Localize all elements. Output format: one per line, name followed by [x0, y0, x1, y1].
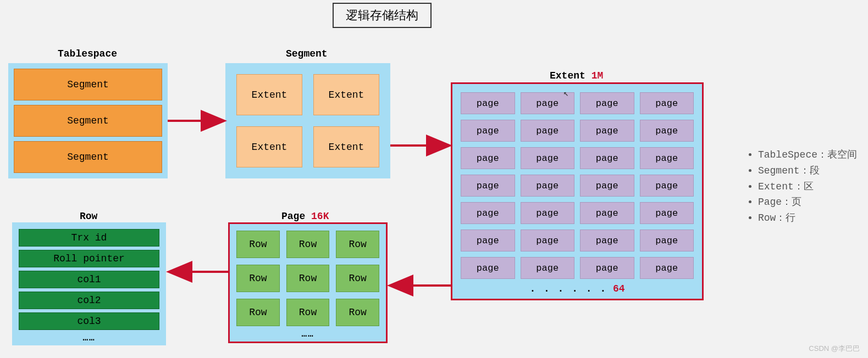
row-item: Row [286, 231, 330, 258]
tablespace-box: Segment Segment Segment [8, 63, 168, 178]
page-item: page [521, 120, 575, 142]
legend-item: Page：页 [758, 194, 857, 210]
page-item: page [461, 92, 515, 114]
page-item: page [521, 202, 575, 224]
legend: TableSpece：表空间 Segment：段 Extent：区 Page：页… [736, 147, 857, 226]
page-item: page [461, 147, 515, 169]
page-item: page [640, 230, 694, 251]
page-box: RowRowRowRowRowRowRowRowRow …… [228, 222, 388, 343]
row-item: Row [336, 231, 379, 258]
segment-item: Segment [14, 141, 162, 173]
row-item: Row [236, 299, 280, 326]
page-item: page [580, 92, 634, 114]
legend-item: Segment：段 [758, 163, 857, 179]
page-item: page [580, 202, 634, 224]
extent-item: Extent [236, 126, 302, 167]
page-item: page [521, 257, 575, 279]
page-dots: …… [236, 329, 379, 339]
row-item: Row [236, 231, 280, 258]
row-dots: …… [19, 333, 159, 343]
field-item: Trx id [19, 229, 159, 247]
page-item: page [640, 257, 694, 279]
row-item: Row [336, 265, 379, 292]
page-item: page [640, 120, 694, 142]
page-item: page [461, 175, 515, 197]
page-item: page [640, 92, 694, 114]
row-label: Row [80, 211, 97, 222]
page-item: page [640, 175, 694, 197]
extent-item: Extent [313, 126, 379, 167]
field-item: col3 [19, 312, 159, 330]
row-item: Row [336, 299, 379, 326]
legend-item: TableSpece：表空间 [758, 147, 857, 163]
page-label: Page 16K [281, 211, 329, 222]
page-item: page [580, 147, 634, 169]
legend-item: Extent：区 [758, 179, 857, 195]
legend-item: Row：行 [758, 210, 857, 226]
page-item: page [640, 147, 694, 169]
extent-footer: . . . . . . 64 [461, 283, 694, 294]
extent-size: 1M [591, 70, 604, 81]
page-item: page [521, 230, 575, 251]
extent-item: Extent [236, 74, 302, 115]
extent-label-text: Extent [550, 70, 585, 81]
page-item: page [461, 230, 515, 251]
page-item: page [461, 257, 515, 279]
segment-item: Segment [14, 69, 162, 100]
segment-box: Extent Extent Extent Extent [225, 63, 390, 178]
page-item: page [640, 202, 694, 224]
field-item: Roll pointer [19, 250, 159, 267]
page-item: page [461, 202, 515, 224]
diagram-title: 逻辑存储结构 [333, 3, 432, 28]
extent-box: pagepagepagepagepagepagepagepagepagepage… [451, 82, 704, 300]
watermark: CSDN @李巴巴 [809, 344, 860, 354]
page-item: page [580, 230, 634, 251]
row-item: Row [236, 265, 280, 292]
page-item: page [521, 175, 575, 197]
tablespace-label: Tablespace [58, 48, 117, 59]
row-box: Trx idRoll pointercol1col2col3 …… [12, 222, 166, 345]
page-label-text: Page [281, 211, 305, 222]
cursor-icon: ↖ [563, 88, 569, 99]
segment-item: Segment [14, 105, 162, 137]
dots: . . . . . . [529, 283, 607, 294]
extent-count: 64 [613, 283, 625, 294]
row-item: Row [286, 299, 330, 326]
page-item: page [461, 120, 515, 142]
page-size: 16K [311, 211, 329, 222]
page-item: page [580, 257, 634, 279]
page-item: page [580, 120, 634, 142]
extent-item: Extent [313, 74, 379, 115]
row-item: Row [286, 265, 330, 292]
segment-label: Segment [286, 48, 328, 59]
extent-label: Extent 1M [550, 70, 603, 81]
page-item: page [580, 175, 634, 197]
page-item: page [521, 147, 575, 169]
field-item: col2 [19, 292, 159, 309]
field-item: col1 [19, 271, 159, 288]
